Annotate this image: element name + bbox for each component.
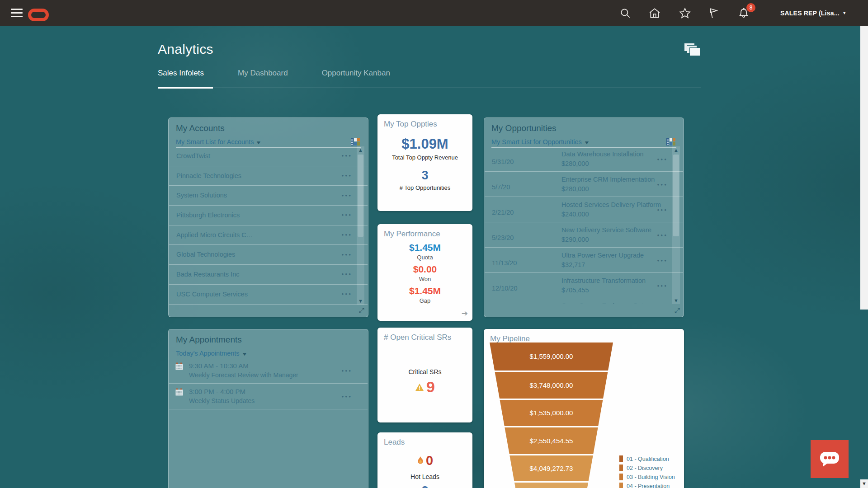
legend-item: 01 - Qualification — [619, 455, 675, 462]
row-actions-icon[interactable]: ●●● — [342, 186, 353, 206]
appointment-time: 9:30 AM - 10:30 AM — [189, 361, 298, 371]
opportunity-row[interactable]: 5/23/20 New Delivery Service Software$29… — [485, 222, 683, 248]
row-actions-icon[interactable]: ●●● — [342, 225, 353, 245]
warning-icon — [415, 383, 424, 391]
account-row[interactable]: Bada Restaurants Inc●●● — [169, 265, 368, 285]
scroll-thumb[interactable] — [358, 155, 363, 237]
opportunity-row[interactable]: 2/21/20 Hosted Services Delivery Platfor… — [485, 197, 683, 222]
row-actions-icon[interactable]: ●●● — [657, 233, 668, 237]
accounts-list: CrowdTwist●●● Pinnacle Technologies●●● S… — [169, 146, 368, 305]
account-row[interactable]: Pittsburgh Electronics●●● — [169, 206, 368, 225]
legend-swatch — [619, 455, 623, 462]
tab-opportunity-kanban[interactable]: Opportunity Kanban — [322, 69, 390, 88]
card-title: My Performance — [384, 230, 440, 239]
gap-label: Gap — [377, 297, 472, 304]
account-name: USC Computer Services — [176, 291, 248, 298]
user-menu[interactable]: SALES REP (Lisa... ▾ — [780, 0, 846, 26]
card-scrollbar[interactable]: ▲ ▼ — [357, 146, 364, 305]
account-row[interactable]: Pinnacle Technologies●●● — [169, 166, 368, 186]
row-actions-icon[interactable]: ●●● — [342, 265, 353, 285]
scrollbar-down-button[interactable]: ▼ — [860, 479, 868, 488]
tab-sales-infolets[interactable]: Sales Infolets — [158, 69, 204, 88]
opportunity-name: Data Warehouse Installation — [561, 150, 644, 159]
hot-leads-count: 0 — [426, 453, 433, 468]
appointments-filter-selector[interactable]: Today's Appointments — [176, 350, 240, 357]
opportunity-row[interactable]: 5/31/20 Data Warehouse Installation$280,… — [485, 146, 683, 172]
funnel-segment[interactable]: $2,550,454.55 — [490, 427, 613, 454]
appointment-row[interactable]: 9:30 AM - 10:30 AM Weekly Forecast Revie… — [169, 358, 368, 384]
row-actions-icon[interactable]: ●●● — [342, 206, 353, 225]
account-row[interactable]: CrowdTwist●●● — [169, 146, 368, 166]
funnel-segment[interactable]: $4,049,272.73 — [490, 455, 613, 481]
star-icon[interactable] — [679, 7, 691, 19]
won-label: Won — [377, 276, 472, 282]
row-actions-icon[interactable]: ●●● — [342, 369, 353, 373]
card-title: My Opportunities — [491, 123, 557, 133]
row-actions-icon[interactable]: ●●● — [342, 146, 353, 166]
scroll-down-icon[interactable]: ▼ — [357, 298, 364, 304]
my-accounts-infolet: My Accounts My Smart List for Accounts▼ … — [168, 117, 368, 317]
funnel-segment[interactable]: $1,559,000.00 — [490, 343, 613, 371]
quota-value: $1.45M — [377, 242, 472, 253]
row-actions-icon[interactable]: ●●● — [657, 157, 668, 161]
leads-infolet: Leads 0 Hot Leads 0 — [377, 432, 472, 488]
account-row[interactable]: Applied Micro Circuits C…●●● — [169, 225, 368, 245]
funnel-segment[interactable]: $1,535,000.00 — [490, 400, 613, 426]
resize-handle-icon[interactable]: ⤢ — [359, 306, 364, 314]
row-actions-icon[interactable]: ●●● — [342, 245, 353, 265]
legend-label: 04 - Presentation — [627, 483, 670, 488]
legend-item: 03 - Building Vision — [619, 474, 675, 480]
top-oppty-revenue-label: Total Top Oppty Revenue — [377, 154, 472, 161]
scroll-thumb[interactable] — [673, 155, 679, 236]
hamburger-menu-icon[interactable] — [11, 9, 23, 17]
legend-swatch — [619, 474, 623, 480]
chat-button[interactable] — [811, 440, 849, 478]
appointment-row[interactable]: 3:00 PM - 4:00 PM Weekly Status Updates … — [169, 384, 368, 409]
my-performance-infolet: My Performance $1.45M Quota $0.00 Won $1… — [377, 224, 472, 321]
opportunity-amount: $32,717 — [561, 260, 644, 270]
opportunity-row[interactable]: Open Source Exchange Gateway — [485, 298, 683, 304]
card-title: # Open Critical SRs — [384, 333, 451, 342]
row-actions-icon[interactable]: ●●● — [342, 166, 353, 186]
row-actions-icon[interactable]: ●●● — [342, 284, 353, 304]
scroll-up-icon[interactable]: ▲ — [357, 147, 364, 153]
row-actions-icon[interactable]: ●●● — [657, 283, 668, 287]
opportunity-row[interactable]: 5/7/20 Enterprise CRM Implementation$280… — [485, 172, 683, 197]
funnel-segment[interactable]: $3,748,000.00 — [490, 372, 613, 399]
list-view-icon[interactable] — [351, 138, 360, 145]
scroll-down-icon[interactable]: ▼ — [672, 298, 680, 303]
opportunity-row[interactable]: 11/13/20 Ultra Power Server Upgrade$32,7… — [485, 248, 683, 273]
account-row[interactable]: System Solutions●●● — [169, 186, 368, 206]
card-title: My Appointments — [176, 335, 242, 345]
row-actions-icon[interactable]: ●●● — [657, 258, 668, 262]
smart-list-selector[interactable]: My Smart List for Accounts — [176, 138, 254, 145]
opportunity-row[interactable]: 12/10/20 Infrastructure Transformation$7… — [485, 273, 683, 298]
opportunity-amount: $705,455 — [561, 286, 646, 295]
smart-list-selector[interactable]: My Smart List for Opportunities — [491, 138, 582, 145]
scroll-up-icon[interactable]: ▲ — [672, 147, 680, 153]
opportunity-name: Hosted Services Delivery Platform — [561, 200, 661, 210]
scrollbar-thumb[interactable] — [860, 9, 868, 310]
oracle-logo[interactable] — [28, 9, 49, 21]
resize-handle-icon[interactable]: ⤢ — [675, 306, 680, 314]
card-scrollbar[interactable]: ▲ ▼ — [672, 146, 680, 304]
legend-item: 04 - Presentation — [619, 483, 675, 488]
notification-badge[interactable]: 8 — [746, 3, 755, 12]
appointment-name: Weekly Forecast Review with Manager — [189, 371, 298, 380]
flip-all-infolets-icon[interactable] — [684, 42, 701, 57]
row-actions-icon[interactable]: ●●● — [657, 207, 668, 211]
funnel-segment[interactable] — [490, 483, 613, 488]
row-actions-icon[interactable]: ●●● — [342, 394, 353, 399]
row-actions-icon[interactable]: ●●● — [657, 182, 668, 186]
flip-infolet-icon[interactable]: ➔ — [462, 309, 468, 318]
home-icon[interactable] — [649, 7, 660, 19]
flag-icon[interactable] — [708, 7, 720, 19]
opportunity-date: 5/7/20 — [492, 183, 510, 191]
search-icon[interactable] — [619, 7, 631, 19]
quota-label: Quota — [377, 254, 472, 261]
tab-my-dashboard[interactable]: My Dashboard — [238, 69, 288, 88]
account-row[interactable]: USC Computer Services●●● — [169, 285, 368, 305]
account-row[interactable]: Global Technologies●●● — [169, 245, 368, 265]
list-view-icon[interactable] — [666, 138, 675, 145]
page-title: Analytics — [158, 42, 213, 57]
